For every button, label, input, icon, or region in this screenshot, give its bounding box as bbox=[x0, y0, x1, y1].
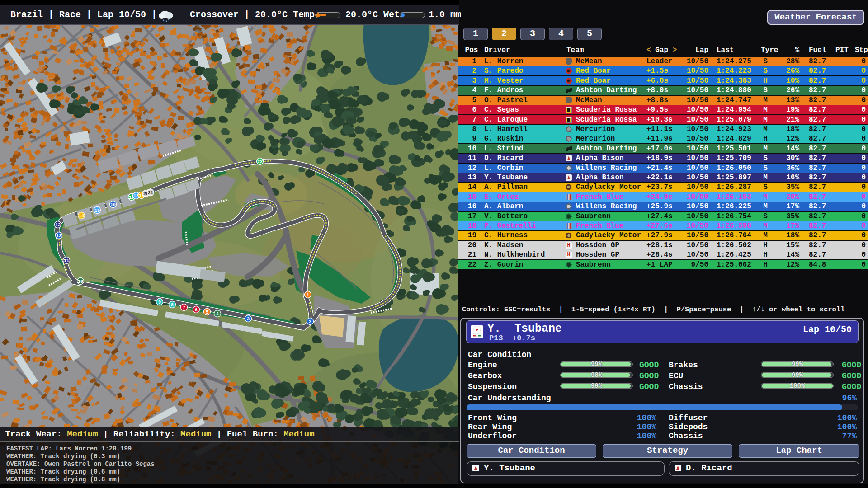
svg-text:13: 13 bbox=[55, 223, 61, 228]
svg-text:5: 5 bbox=[206, 310, 208, 315]
svg-text:8: 8 bbox=[171, 303, 174, 308]
svg-text:12: 12 bbox=[56, 234, 61, 239]
svg-text:2: 2 bbox=[309, 319, 311, 324]
svg-text:11: 11 bbox=[64, 258, 69, 263]
svg-text:3: 3 bbox=[247, 317, 250, 322]
svg-text:14: 14 bbox=[79, 214, 84, 219]
svg-text:16: 16 bbox=[110, 202, 116, 207]
svg-text:21: 21 bbox=[148, 191, 153, 196]
svg-text:10: 10 bbox=[78, 279, 83, 284]
svg-text:6: 6 bbox=[195, 308, 198, 313]
svg-text:7: 7 bbox=[183, 305, 185, 310]
svg-text:22: 22 bbox=[257, 160, 263, 164]
svg-text:1: 1 bbox=[307, 293, 309, 298]
svg-text:15: 15 bbox=[94, 208, 100, 213]
svg-text:4: 4 bbox=[216, 312, 219, 317]
svg-text:9: 9 bbox=[158, 300, 161, 305]
